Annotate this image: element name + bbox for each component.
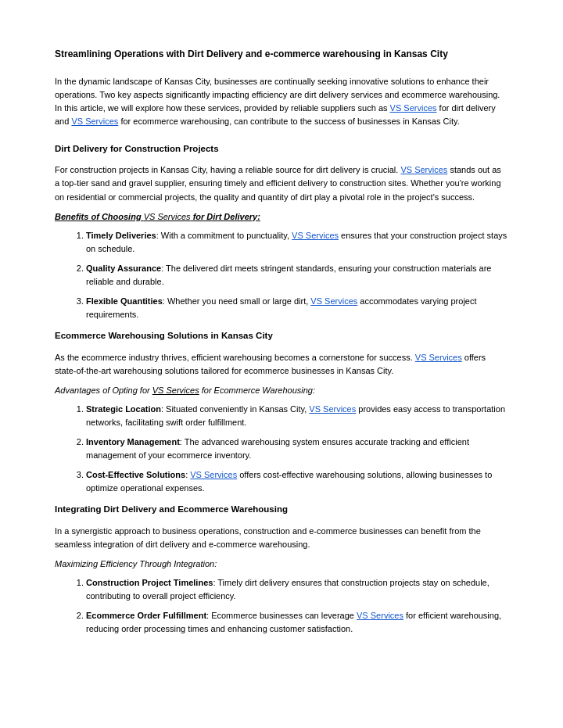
intro-link-2[interactable]: VS Services [71,117,118,126]
dirt-delivery-heading: Dirt Delivery for Construction Projects [55,142,508,156]
ecommerce-heading: Ecommerce Warehousing Solutions in Kansa… [55,329,508,342]
vs-services-link-3[interactable]: VS Services [310,296,357,306]
vs-services-link-5[interactable]: VS Services [309,404,356,414]
intro-link-1[interactable]: VS Services [390,103,437,113]
vs-services-link-7[interactable]: VS Services [357,611,403,620]
page-content: Streamlining Operations with Dirt Delive… [0,0,563,728]
list-item: Inventory Management: The advanced wareh… [86,436,508,462]
vs-services-link-2[interactable]: VS Services [292,231,339,240]
ecommerce-intro: As the ecommerce industry thrives, effic… [55,351,508,378]
section-dirt-delivery: Dirt Delivery for Construction Projects … [55,142,508,321]
list-item: Flexible Quantities: Whether you need sm… [86,295,508,321]
ecommerce-benefits-list: Strategic Location: Situated convenientl… [86,403,508,495]
list-item: Timely Deliveries: With a commitment to … [86,229,508,256]
integrating-heading: Integrating Dirt Delivery and Ecommerce … [55,503,508,516]
list-item: Construction Project Timelines: Timely d… [86,576,508,603]
intro-paragraph: In the dynamic landscape of Kansas City,… [55,75,508,128]
list-item: Quality Assurance: The delivered dirt me… [86,262,508,289]
section-integrating: Integrating Dirt Delivery and Ecommerce … [55,503,508,636]
list-item: Ecommerce Order Fulfillment: Ecommerce b… [86,609,508,636]
vs-services-link-6[interactable]: VS Services [190,470,237,479]
main-title: Streamlining Operations with Dirt Delive… [55,47,508,61]
integrating-list: Construction Project Timelines: Timely d… [86,576,508,636]
ecommerce-advantages-heading: Advantages of Opting for VS Services for… [55,384,508,397]
dirt-benefits-list: Timely Deliveries: With a commitment to … [86,229,508,321]
dirt-benefits-heading: Benefits of Choosing VS Services for Dir… [55,210,508,224]
section-ecommerce: Ecommerce Warehousing Solutions in Kansa… [55,329,508,495]
intro-text-end: for ecommerce warehousing, can contribut… [118,117,459,126]
vs-services-link-4[interactable]: VS Services [415,353,462,362]
integrating-efficiency-heading: Maximizing Efficiency Through Integratio… [55,558,508,571]
dirt-delivery-intro: For construction projects in Kansas City… [55,163,508,203]
list-item: Strategic Location: Situated convenientl… [86,403,508,429]
integrating-intro: In a synergistic approach to business op… [55,525,508,551]
vs-services-link-1[interactable]: VS Services [400,165,447,174]
list-item: Cost-Effective Solutions: VS Services of… [86,468,508,495]
